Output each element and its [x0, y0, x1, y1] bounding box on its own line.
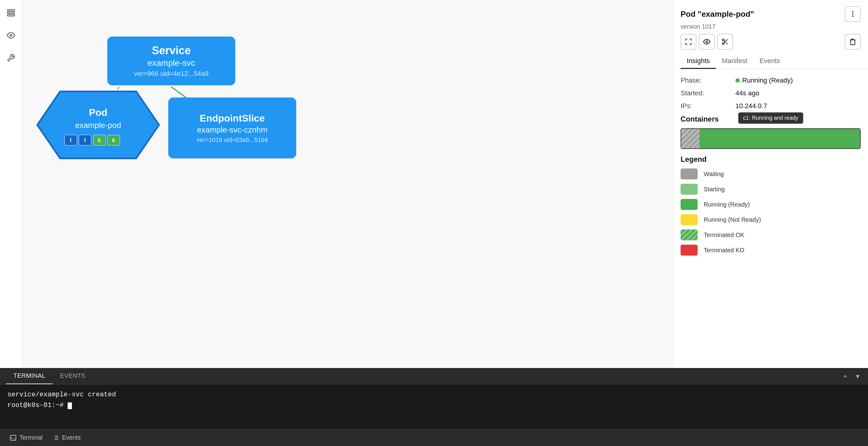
bottombar-events[interactable]: Events — [53, 434, 81, 441]
svg-point-19 — [852, 15, 854, 17]
bottombar-terminal-label: Terminal — [20, 434, 43, 441]
scissors-button[interactable] — [717, 34, 733, 50]
events-icon — [53, 435, 59, 441]
panel-actions — [681, 34, 861, 50]
bar-hatch-segment — [681, 129, 700, 148]
collapse-panel-button[interactable]: ▾ — [854, 370, 862, 383]
svg-text:c: c — [112, 136, 115, 143]
svg-point-22 — [722, 43, 724, 44]
view-button[interactable] — [699, 34, 715, 50]
eye-icon[interactable] — [4, 29, 18, 42]
endpoint-node[interactable]: EndpointSlice example-svc-cznhm ver=1019… — [168, 97, 296, 158]
terminal-line-1: service/example-svc created — [7, 389, 861, 400]
legend-label-running-not-ready: Running (Not Ready) — [704, 216, 861, 223]
svg-point-3 — [10, 34, 12, 37]
legend-label-terminated-ko: Terminated KO — [704, 247, 861, 254]
legend-swatch-waiting — [681, 168, 698, 180]
tab-events[interactable]: EVENTS — [53, 368, 93, 384]
add-tab-button[interactable]: + — [841, 370, 850, 383]
ips-value: 10.244.0.7 — [736, 102, 767, 110]
started-value: 44s ago — [736, 89, 759, 97]
collapse-button[interactable] — [681, 34, 696, 50]
tools-icon[interactable] — [4, 51, 18, 65]
container-bar-wrapper: c1: Running and ready — [681, 128, 861, 149]
bottom-tab-actions: + ▾ — [841, 370, 862, 383]
svg-text:example-pod: example-pod — [75, 121, 121, 130]
more-options-button[interactable] — [845, 6, 861, 22]
bottombar-events-label: Events — [62, 434, 81, 441]
svg-text:Pod: Pod — [89, 107, 107, 118]
legend-label-starting: Starting — [704, 186, 861, 193]
phase-value: Running (Ready) — [736, 76, 793, 85]
service-node-type: Service — [152, 44, 191, 57]
bottom-tabs: TERMINAL EVENTS + ▾ — [0, 368, 868, 384]
panel-header: Pod "example-pod" version 1017 — [673, 0, 868, 69]
service-node[interactable]: Service example-svc ver=966 uid=4e12...5… — [107, 37, 235, 85]
legend-label-waiting: Waiting — [704, 170, 861, 178]
phase-label: Phase: — [681, 76, 736, 85]
tab-events[interactable]: Events — [753, 54, 786, 69]
panel-version: version 1017 — [681, 23, 861, 30]
svg-point-20 — [706, 41, 708, 43]
layers-icon[interactable] — [4, 6, 18, 20]
service-node-name: example-svc — [147, 58, 195, 68]
legend-grid: Waiting Starting Running (Ready) Running… — [681, 168, 861, 256]
legend-label: Legend — [681, 155, 861, 164]
containers-label: Containers — [681, 115, 861, 123]
endpoint-node-meta: ver=1019 uid=03a5...51b4 — [196, 136, 268, 144]
legend-swatch-running-not-ready — [681, 214, 698, 225]
legend-label-running-ready: Running (Ready) — [704, 201, 861, 208]
svg-point-21 — [722, 39, 724, 41]
started-row: Started: 44s ago — [681, 89, 861, 97]
status-dot — [736, 78, 740, 83]
pod-node[interactable]: Pod example-pod i i c c — [36, 90, 161, 161]
svg-point-17 — [852, 11, 854, 12]
terminal-cursor — [68, 403, 72, 409]
endpoint-node-type: EndpointSlice — [199, 113, 265, 124]
svg-text:i: i — [84, 136, 86, 143]
terminal-content: service/example-svc created root@k0s-01:… — [0, 384, 868, 429]
legend-swatch-starting — [681, 184, 698, 195]
right-panel: Pod "example-pod" version 1017 — [673, 0, 868, 368]
svg-line-25 — [724, 40, 725, 42]
svg-point-18 — [852, 13, 854, 14]
endpoint-node-name: example-svc-cznhm — [197, 125, 267, 135]
legend-label-terminated-ok: Terminated OK — [704, 231, 861, 238]
ips-label: IPs: — [681, 102, 736, 110]
phase-text: Running (Ready) — [742, 76, 793, 85]
terminal-line-2: root@k0s-01:~# — [7, 400, 861, 411]
delete-button[interactable] — [845, 34, 861, 50]
svg-line-24 — [726, 42, 727, 44]
svg-rect-1 — [7, 12, 14, 14]
bottom-bar: Terminal Events — [0, 429, 868, 446]
started-label: Started: — [681, 89, 736, 97]
tab-insights[interactable]: Insights — [681, 54, 716, 69]
panel-tabs: Insights Manifest Events — [681, 54, 861, 69]
bottombar-terminal[interactable]: Terminal — [10, 434, 43, 441]
legend-swatch-terminated-ok — [681, 229, 698, 241]
svg-text:c: c — [97, 136, 101, 143]
terminal-icon — [10, 435, 17, 441]
service-node-meta: ver=966 uid=4e12...54a9 — [134, 70, 209, 78]
svg-text:i: i — [70, 136, 72, 143]
bar-green-segment — [700, 129, 860, 148]
bottom-panel: TERMINAL EVENTS + ▾ service/example-svc … — [0, 368, 868, 429]
svg-rect-2 — [7, 14, 14, 16]
sidebar — [0, 0, 22, 368]
legend-swatch-running-ready — [681, 199, 698, 210]
ips-row: IPs: 10.244.0.7 — [681, 102, 861, 110]
svg-rect-0 — [7, 10, 14, 11]
container-bar[interactable] — [681, 128, 861, 149]
phase-row: Phase: Running (Ready) — [681, 76, 861, 85]
panel-content: Phase: Running (Ready) Started: 44s ago … — [673, 69, 868, 368]
panel-title: Pod "example-pod" — [681, 9, 754, 19]
tab-manifest[interactable]: Manifest — [716, 54, 753, 69]
tab-terminal[interactable]: TERMINAL — [6, 368, 53, 384]
legend-swatch-terminated-ko — [681, 245, 698, 256]
graph-area[interactable]: Service example-svc ver=966 uid=4e12...5… — [22, 0, 673, 368]
